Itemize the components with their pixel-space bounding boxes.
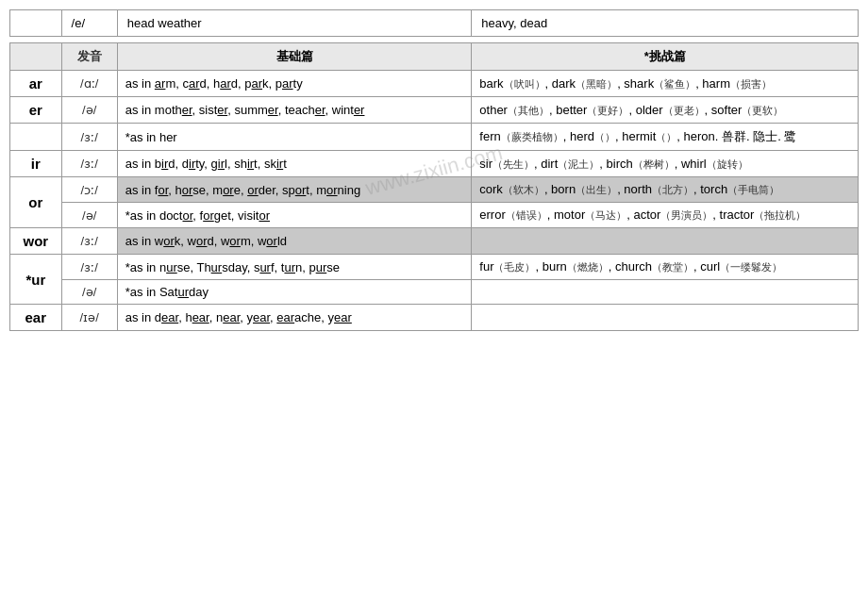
row-phoneme: /ɜː/ [61, 124, 117, 151]
top-phoneme-value: /e/ [72, 16, 85, 30]
row-phoneme: /ɜː/ [61, 151, 117, 177]
row-basic: as in bird, dirty, girl, shirt, skirt [117, 151, 472, 177]
header-challenge: *挑战篇 [472, 43, 859, 71]
top-challenge: heavy, dead [472, 10, 859, 37]
table-row: ir/ɜː/as in bird, dirty, girl, shirt, sk… [10, 151, 859, 177]
table-row: /ə/*as in Saturday [10, 280, 859, 305]
top-basic-value: head weather [127, 16, 202, 30]
header-phoneme-label: 发音 [77, 49, 102, 63]
row-challenge: bark（吠叫）, dark（黑暗）, shark（鲨鱼）, harm（损害） [472, 71, 859, 97]
page-wrapper: /e/ head weather heavy, dead 发音 基础篇 *挑战篇… [9, 9, 859, 331]
row-basic: *as in nurse, Thursday, surf, turn, purs… [117, 255, 472, 280]
row-phoneme: /ɜː/ [61, 255, 117, 280]
row-challenge: sir（先生）, dirt（泥土）, birch（桦树）, whirl（旋转） [472, 151, 859, 177]
header-key [10, 43, 62, 71]
table-row: /ɜː/*as in herfern（蕨类植物）, herd（）, hermit… [10, 124, 859, 151]
row-key: wor [10, 228, 62, 255]
top-phoneme: /e/ [61, 10, 117, 37]
row-basic: as in work, word, worm, world [117, 228, 472, 255]
row-basic: *as in Saturday [117, 280, 472, 305]
table-row: or/ɔː/as in for, horse, more, order, spo… [10, 177, 859, 203]
row-challenge [472, 228, 859, 255]
row-basic: as in for, horse, more, order, sport, mo… [117, 177, 472, 203]
header-challenge-label: *挑战篇 [644, 49, 686, 63]
row-phoneme: /ɪə/ [61, 305, 117, 331]
row-basic: as in dear, hear, near, year, earache, y… [117, 305, 472, 331]
row-key [10, 124, 62, 151]
row-key: er [10, 97, 62, 124]
row-phoneme: /ə/ [61, 203, 117, 228]
row-phoneme: /ə/ [61, 97, 117, 124]
header-basic: 基础篇 [117, 43, 472, 71]
table-row: er/ə/as in mother, sister, summer, teach… [10, 97, 859, 124]
row-basic: *as in her [117, 124, 472, 151]
row-key: ear [10, 305, 62, 331]
header-basic-label: 基础篇 [276, 49, 313, 63]
row-phoneme: /ɑː/ [61, 71, 117, 97]
table-row: ear/ɪə/as in dear, hear, near, year, ear… [10, 305, 859, 331]
row-key: or [10, 177, 62, 228]
top-basic: head weather [117, 10, 472, 37]
row-phoneme: /ə/ [61, 280, 117, 305]
row-basic: *as in doctor, forget, visitor [117, 203, 472, 228]
table-row: ar/ɑː/as in arm, card, hard, park, party… [10, 71, 859, 97]
row-phoneme: /ɜː/ [61, 228, 117, 255]
main-table: 发音 基础篇 *挑战篇 ar/ɑː/as in arm, card, hard,… [9, 42, 859, 331]
table-row: wor/ɜː/as in work, word, worm, world [10, 228, 859, 255]
header-row: 发音 基础篇 *挑战篇 [10, 43, 859, 71]
row-key: *ur [10, 255, 62, 305]
row-challenge: error（错误）, motor（马达）, actor（男演员）, tracto… [472, 203, 859, 228]
header-phoneme: 发音 [61, 43, 117, 71]
row-challenge [472, 280, 859, 305]
top-row: /e/ head weather heavy, dead [10, 10, 859, 37]
row-phoneme: /ɔː/ [61, 177, 117, 203]
row-challenge: fur（毛皮）, burn（燃烧）, church（教堂）, curl（一缕鬈发… [472, 255, 859, 280]
row-challenge: other（其他）, better（更好）, older（更老）, softer… [472, 97, 859, 124]
row-challenge: cork（软木）, born（出生）, north（北方）, torch（手电筒… [472, 177, 859, 203]
top-challenge-value: heavy, dead [481, 16, 547, 30]
row-key: ar [10, 71, 62, 97]
row-key: ir [10, 151, 62, 177]
row-challenge: fern（蕨类植物）, herd（）, hermit（）, heron. 兽群.… [472, 124, 859, 151]
main-tbody: ar/ɑː/as in arm, card, hard, park, party… [10, 71, 859, 331]
table-row: /ə/*as in doctor, forget, visitorerror（错… [10, 203, 859, 228]
row-basic: as in mother, sister, summer, teacher, w… [117, 97, 472, 124]
top-empty [10, 10, 62, 37]
table-row: *ur/ɜː/*as in nurse, Thursday, surf, tur… [10, 255, 859, 280]
row-challenge [472, 305, 859, 331]
top-table: /e/ head weather heavy, dead [9, 9, 859, 37]
row-basic: as in arm, card, hard, park, party [117, 71, 472, 97]
